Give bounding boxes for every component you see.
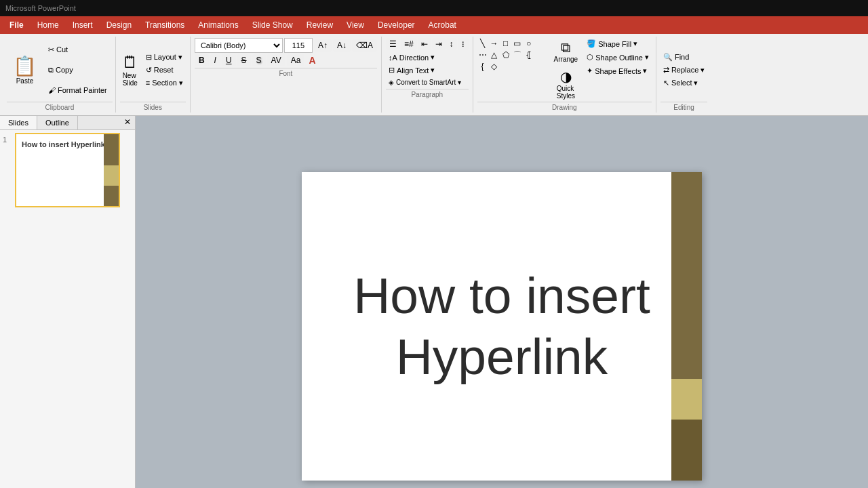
pentagon-shape[interactable]: ⬠ [500, 49, 511, 60]
connector-shape[interactable]: ⌒ [512, 49, 523, 60]
line-spacing-button[interactable]: ↕ [446, 38, 457, 50]
section-label: Section [152, 79, 177, 87]
layout-label: Layout [154, 53, 176, 61]
animations-menu[interactable]: Animations [191, 16, 245, 34]
home-menu[interactable]: Home [31, 16, 66, 34]
columns-button[interactable]: ⫶ [458, 38, 469, 50]
font-size-input[interactable] [284, 38, 313, 53]
slide-canvas[interactable]: How to insert Hyperlink [302, 172, 702, 481]
slide-title-line2: Hyperlink [396, 328, 608, 385]
arrow-shape[interactable]: → [489, 38, 500, 49]
slide-panel: Slides Outline ✕ 1 How to insert Hyperli… [0, 116, 136, 488]
bold-button[interactable]: B [195, 54, 209, 66]
paragraph-group-label: Paragraph [386, 89, 469, 98]
shape-fill-button[interactable]: 🪣 Shape Fill ▾ [584, 38, 652, 49]
drawing-group-label: Drawing [477, 102, 652, 111]
paste-button[interactable]: 📋 Paste [7, 38, 43, 102]
increase-font-button[interactable]: A↑ [314, 39, 332, 52]
copy-label: Copy [56, 66, 73, 74]
rect-shape[interactable]: □ [500, 38, 511, 49]
reset-label: Reset [154, 66, 174, 74]
replace-button[interactable]: ⇄ Replace ▾ [660, 64, 707, 76]
shape-outline-button[interactable]: ⬡ Shape Outline ▾ [584, 52, 652, 63]
more-shapes[interactable]: ⋯ [477, 49, 488, 60]
shape-effects-button[interactable]: ✦ Shape Effects ▾ [584, 65, 652, 77]
align-text-button[interactable]: ⊟ Align Text ▾ [386, 64, 438, 76]
oval-shape[interactable]: ○ [524, 38, 534, 49]
panel-tabs: Slides Outline ✕ [0, 116, 135, 130]
rounded-rect-shape[interactable]: ▭ [512, 38, 523, 49]
increase-indent-button[interactable]: ⇥ [432, 38, 446, 50]
underline-button[interactable]: U [222, 54, 236, 66]
insert-menu[interactable]: Insert [66, 16, 100, 34]
reset-button[interactable]: ↺ Reset [143, 64, 186, 76]
bullet-list-button[interactable]: ☰ [386, 38, 400, 50]
select-button[interactable]: ↖ Select ▾ [660, 77, 707, 89]
slide-decoration-right-dark2 [671, 420, 702, 481]
menu-bar: File Home Insert Design Transitions Anim… [0, 16, 868, 34]
ribbon: 📋 Paste ✂ Cut ⧉ Copy 🖌 Format Painter [0, 34, 868, 116]
quick-styles-icon: ◑ [560, 68, 572, 85]
italic-button[interactable]: I [210, 54, 220, 66]
text-direction-button[interactable]: ↕A Direction ▾ [386, 52, 437, 63]
font-family-select[interactable]: Calibri (Body) [195, 38, 283, 53]
copy-button[interactable]: ⧉ Copy [45, 64, 110, 76]
slide-thumbnail[interactable]: How to insert Hyperlink [15, 133, 120, 207]
clipboard-group: 📋 Paste ✂ Cut ⧉ Copy 🖌 Format Painter [4, 37, 116, 113]
brace-shape[interactable]: { [477, 61, 488, 72]
slideshow-menu[interactable]: Slide Show [245, 16, 300, 34]
slides-group: 🗒 NewSlide ⊟ Layout ▾ ↺ Reset ≡ Section … [116, 37, 191, 113]
panel-close-button[interactable]: ✕ [120, 116, 135, 129]
review-menu[interactable]: Review [300, 16, 340, 34]
file-menu[interactable]: File [3, 16, 31, 34]
char-spacing-button[interactable]: AV [267, 54, 285, 66]
new-slide-icon: 🗒 [122, 53, 138, 72]
editing-group-label: Editing [660, 102, 707, 111]
decrease-font-button[interactable]: A↓ [333, 39, 351, 52]
copy-icon: ⧉ [48, 66, 54, 75]
font-color-button[interactable]: A [306, 54, 318, 66]
slides-tab[interactable]: Slides [0, 116, 37, 129]
slide-thumb-decoration-light [104, 165, 119, 186]
convert-smartart-button[interactable]: ◈ Convert to SmartArt ▾ [386, 77, 464, 87]
transitions-menu[interactable]: Transitions [138, 16, 191, 34]
replace-label: Replace [671, 66, 698, 74]
cut-label: Cut [56, 45, 68, 54]
slides-group-label: Slides [120, 102, 186, 111]
change-case-button[interactable]: Aa [287, 54, 305, 66]
convert-smartart-label: Convert to SmartArt [396, 79, 456, 86]
layout-button[interactable]: ⊟ Layout ▾ [143, 52, 186, 63]
arrange-button[interactable]: ⧉ Arrange [549, 38, 583, 65]
cut-button[interactable]: ✂ Cut [45, 44, 110, 56]
find-button[interactable]: 🔍 Find [660, 52, 707, 63]
shadow-button[interactable]: S [252, 54, 266, 66]
app-title: Microsoft PowerPoint [5, 4, 76, 12]
clear-formatting-button[interactable]: ⌫A [352, 39, 377, 52]
outline-tab[interactable]: Outline [37, 116, 78, 129]
quick-styles-button[interactable]: ◑ QuickStyles [549, 66, 583, 102]
triangle-shape[interactable]: △ [489, 49, 500, 60]
text-direction-label: Direction [399, 54, 429, 62]
acrobat-menu[interactable]: Acrobat [422, 16, 463, 34]
new-slide-button[interactable]: 🗒 NewSlide [120, 51, 140, 89]
shape-outline-icon: ⬡ [587, 53, 593, 62]
developer-menu[interactable]: Developer [371, 16, 422, 34]
reset-icon: ↺ [146, 66, 152, 75]
decrease-indent-button[interactable]: ⇤ [418, 38, 431, 50]
view-menu[interactable]: View [340, 16, 371, 34]
section-button[interactable]: ≡ Section ▾ [143, 77, 186, 89]
shape-fill-icon: 🪣 [587, 39, 596, 48]
drawing-group: ╲ → □ ▭ ○ ⋯ △ ⬠ ⌒ ⦃ { ◇ ⧉ Arrange [473, 37, 656, 113]
bracket-shape[interactable]: ⦃ [524, 49, 534, 60]
numbered-list-button[interactable]: ≡# [401, 38, 417, 50]
line-shape[interactable]: ╲ [477, 38, 488, 49]
select-label: Select [671, 79, 692, 87]
strikethrough-button[interactable]: S [237, 54, 251, 66]
design-menu[interactable]: Design [100, 16, 138, 34]
diamond-shape[interactable]: ◇ [489, 61, 500, 72]
slide-main-text: How to insert Hyperlink [322, 265, 682, 387]
new-slide-label: NewSlide [123, 72, 138, 87]
main-canvas-area: How to insert Hyperlink [136, 116, 868, 488]
format-painter-button[interactable]: 🖌 Format Painter [45, 85, 110, 96]
slide-thumbnails: 1 How to insert Hyperlink [0, 130, 135, 488]
